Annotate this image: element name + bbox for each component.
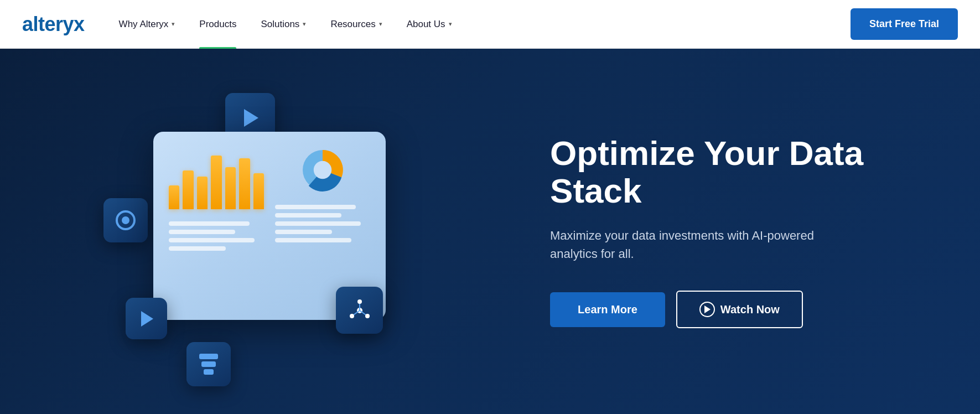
bar-2 — [183, 170, 193, 209]
text-lines-right — [273, 203, 372, 245]
bar-3 — [197, 177, 208, 209]
nav-item-about-us[interactable]: About Us ▾ — [395, 0, 464, 49]
molecule-icon — [348, 298, 372, 323]
play-triangle-icon — [704, 306, 711, 313]
svg-point-8 — [350, 314, 354, 318]
chevron-down-icon: ▾ — [303, 20, 306, 28]
nav-item-resources[interactable]: Resources ▾ — [318, 0, 394, 49]
layer-1 — [199, 354, 218, 359]
play-icon — [244, 109, 258, 127]
logo[interactable]: alteryx — [22, 13, 85, 36]
float-card-molecule — [336, 287, 383, 334]
svg-point-4 — [357, 299, 362, 304]
text-line-3 — [169, 238, 255, 242]
bar-4 — [211, 156, 221, 209]
svg-point-6 — [365, 314, 370, 318]
hero-content: Optimize Your Data Stack Maximize your d… — [539, 101, 980, 361]
text-line-r2 — [275, 213, 341, 218]
hero-illustration — [0, 49, 539, 414]
text-line-r3 — [275, 221, 361, 226]
hero-title: Optimize Your Data Stack — [550, 134, 936, 210]
chevron-down-icon: ▾ — [172, 20, 175, 28]
text-line-r1 — [275, 205, 356, 209]
float-card-play-left — [126, 298, 167, 339]
dashboard-left-panel — [167, 145, 266, 307]
hero-section: Optimize Your Data Stack Maximize your d… — [0, 49, 980, 414]
bar-6 — [239, 158, 250, 209]
layer-3 — [204, 369, 214, 375]
hero-subtitle: Maximize your data investments with AI-p… — [550, 226, 838, 263]
dashboard-scene — [98, 87, 441, 375]
navbar-cta: Start Free Trial — [851, 8, 958, 40]
watch-now-button[interactable]: Watch Now — [676, 291, 803, 328]
nav-item-solutions[interactable]: Solutions ▾ — [248, 0, 318, 49]
float-card-layers — [186, 342, 231, 386]
chevron-down-icon: ▾ — [449, 20, 452, 28]
text-line-r4 — [275, 230, 332, 234]
bar-1 — [169, 185, 179, 209]
text-line-2 — [169, 230, 235, 234]
bar-5 — [225, 167, 236, 209]
play-outline-icon — [141, 311, 153, 327]
target-icon — [116, 210, 136, 230]
start-trial-button[interactable]: Start Free Trial — [851, 8, 958, 40]
nav-item-products[interactable]: Products — [187, 0, 248, 49]
nav-item-why-alteryx[interactable]: Why Alteryx ▾ — [107, 0, 188, 49]
chevron-down-icon: ▾ — [379, 20, 382, 28]
bar-chart — [167, 145, 266, 211]
hero-buttons: Learn More Watch Now — [550, 291, 936, 328]
bar-7 — [253, 173, 264, 209]
text-line-1 — [169, 221, 250, 226]
float-card-target — [103, 198, 148, 242]
text-line-4 — [169, 246, 226, 251]
dashboard-right-panel — [273, 145, 372, 307]
text-line-r5 — [275, 238, 351, 242]
layers-icon — [199, 354, 218, 375]
navbar: alteryx Why Alteryx ▾ Products Solutions… — [0, 0, 980, 49]
svg-point-1 — [314, 161, 331, 179]
text-lines-left — [167, 219, 266, 253]
pie-chart — [298, 145, 348, 195]
learn-more-button[interactable]: Learn More — [550, 292, 665, 327]
play-circle-icon — [699, 302, 715, 317]
nav-links: Why Alteryx ▾ Products Solutions ▾ Resou… — [107, 0, 851, 49]
logo-text: alteryx — [22, 13, 85, 35]
layer-2 — [201, 361, 216, 367]
